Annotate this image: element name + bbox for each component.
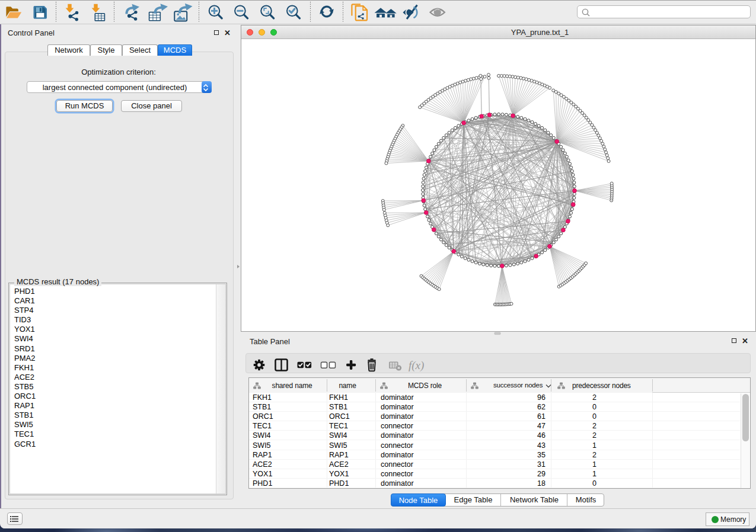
svg-text:f(x): f(x) (409, 359, 424, 372)
